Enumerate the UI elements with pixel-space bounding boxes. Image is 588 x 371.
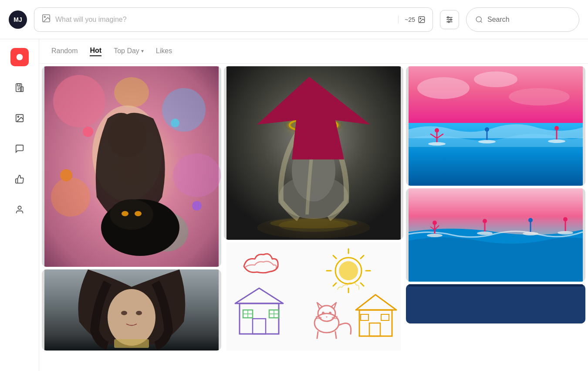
image-card-dark-navy[interactable]: [406, 284, 585, 323]
svg-point-56: [339, 261, 358, 280]
search-bar[interactable]: Search: [466, 7, 579, 32]
svg-point-113: [558, 231, 573, 235]
svg-line-80: [332, 318, 338, 319]
image-card-surfers-pink[interactable]: [406, 66, 585, 186]
svg-point-98: [428, 142, 446, 146]
svg-point-93: [435, 128, 439, 133]
svg-line-81: [317, 332, 318, 338]
top-bar: MJ What will you imagine? ~25: [0, 0, 588, 39]
svg-point-7: [447, 17, 449, 18]
svg-point-107: [477, 231, 493, 235]
svg-rect-114: [409, 284, 583, 323]
tab-topday[interactable]: Top Day ▾: [114, 47, 144, 56]
grid-column-2: [224, 66, 403, 368]
filter-icon: [445, 15, 454, 24]
tab-hot[interactable]: Hot: [90, 47, 101, 56]
svg-point-24: [114, 77, 149, 108]
sidebar: [0, 39, 39, 371]
svg-point-10: [476, 17, 481, 22]
svg-point-20: [18, 206, 21, 209]
svg-point-100: [548, 140, 565, 143]
image-card-woman-portrait[interactable]: [42, 269, 221, 351]
svg-point-104: [427, 234, 443, 237]
user-avatar[interactable]: MJ: [9, 10, 27, 29]
svg-point-12: [18, 55, 21, 58]
image-card-surfers-blue[interactable]: [406, 188, 585, 282]
svg-point-22: [53, 75, 105, 127]
save-icon: [15, 83, 24, 92]
image-grid: [39, 64, 588, 371]
svg-point-9: [448, 21, 449, 22]
svg-point-89: [509, 88, 570, 106]
tab-random[interactable]: Random: [51, 47, 78, 56]
svg-point-75: [322, 312, 324, 314]
svg-point-106: [483, 219, 487, 223]
search-icon: [475, 16, 483, 24]
like-icon: [15, 174, 24, 184]
svg-point-99: [478, 140, 496, 143]
dark-navy-panel: [406, 284, 585, 323]
prompt-placeholder-text: What will you imagine?: [55, 16, 394, 24]
svg-point-8: [450, 19, 452, 20]
grid-column-3: [406, 66, 585, 368]
svg-point-37: [192, 201, 202, 211]
svg-point-41: [136, 311, 142, 315]
svg-point-35: [171, 119, 179, 127]
grid-column-1: [42, 66, 221, 368]
svg-point-1: [44, 16, 45, 17]
svg-point-76: [329, 312, 331, 314]
svg-line-82: [335, 332, 336, 338]
chat-icon: [15, 144, 24, 153]
svg-point-32: [122, 211, 128, 216]
image-card-dark-deity[interactable]: [224, 66, 403, 240]
svg-point-110: [523, 232, 538, 235]
svg-point-112: [563, 217, 568, 221]
svg-point-53: [270, 218, 357, 228]
woman-portrait-painting: [42, 269, 221, 351]
svg-point-31: [110, 199, 153, 230]
svg-point-40: [121, 311, 127, 315]
profile-icon: [15, 205, 24, 214]
svg-point-97: [554, 126, 559, 130]
svg-point-88: [417, 77, 470, 99]
svg-point-23: [162, 88, 206, 132]
sidebar-item-save[interactable]: [10, 78, 29, 97]
svg-point-50: [316, 138, 322, 143]
image-card-woman-cat[interactable]: [42, 66, 221, 267]
main-layout: Random Hot Top Day ▾ Likes: [0, 39, 588, 371]
sidebar-item-home[interactable]: [10, 48, 29, 66]
svg-point-109: [528, 218, 533, 222]
credit-count: ~25: [405, 16, 415, 23]
svg-point-19: [17, 116, 19, 117]
svg-point-26: [51, 177, 90, 217]
svg-point-95: [485, 127, 489, 132]
woman-cat-painting: [42, 66, 221, 267]
sidebar-item-gallery[interactable]: [10, 109, 29, 127]
sidebar-item-profile[interactable]: [10, 201, 29, 219]
prompt-image-icon: [41, 14, 51, 25]
sidebar-item-likes[interactable]: [10, 170, 29, 188]
svg-rect-42: [114, 339, 149, 348]
filter-button[interactable]: [440, 10, 459, 29]
home-icon: [15, 52, 24, 62]
svg-point-103: [433, 221, 437, 225]
svg-line-78: [316, 318, 321, 319]
tab-likes[interactable]: Likes: [156, 47, 172, 56]
svg-rect-14: [17, 84, 20, 86]
svg-point-25: [173, 153, 221, 197]
svg-point-39: [108, 289, 155, 346]
children-sketches: [224, 242, 403, 351]
svg-point-90: [474, 71, 517, 87]
svg-point-33: [135, 211, 142, 216]
nav-tabs: Random Hot Top Day ▾ Likes: [39, 39, 588, 64]
sidebar-item-chat[interactable]: [10, 140, 29, 158]
svg-point-49: [305, 138, 311, 143]
image-card-sketches[interactable]: [224, 242, 403, 351]
search-label: Search: [487, 16, 510, 24]
prompt-bar[interactable]: What will you imagine? ~25: [34, 7, 433, 32]
svg-point-34: [83, 126, 93, 137]
surfers-blue-painting: [406, 188, 585, 282]
gallery-icon: [15, 113, 24, 123]
content-area: Random Hot Top Day ▾ Likes: [39, 39, 588, 371]
svg-point-52: [283, 116, 344, 134]
